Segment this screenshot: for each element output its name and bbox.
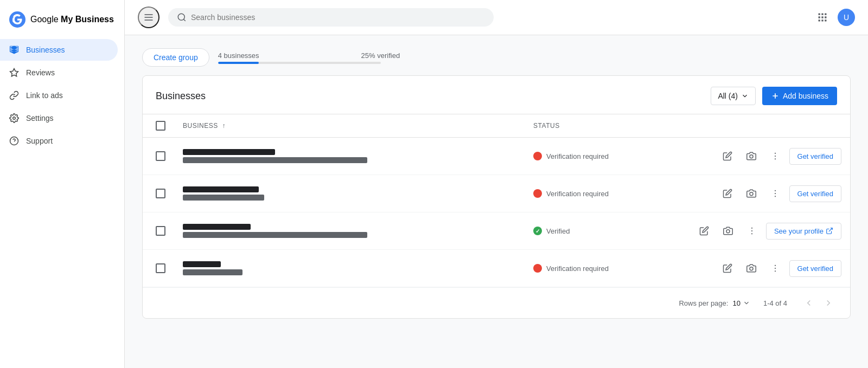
photo-button-2[interactable] (742, 184, 761, 203)
sidebar-item-link-to-ads[interactable]: Link to ads (0, 85, 118, 106)
more-icon (770, 263, 780, 273)
apps-button[interactable] (812, 7, 833, 28)
row-checkbox-2[interactable] (156, 189, 165, 198)
status-dot-error (533, 189, 542, 198)
select-all-checkbox[interactable] (156, 121, 165, 131)
status-dot-error (533, 152, 542, 160)
table-row: Verification required (143, 138, 850, 175)
pagination-next-button[interactable] (820, 294, 837, 312)
redacted-bar-secondary (183, 157, 367, 163)
redacted-bar (183, 149, 275, 155)
add-icon (771, 92, 780, 100)
search-icon (177, 12, 187, 22)
svg-point-38 (774, 270, 775, 272)
photo-button-4[interactable] (742, 259, 761, 278)
more-button-2[interactable] (765, 184, 785, 203)
redacted-bar-secondary (183, 232, 367, 238)
sidebar-item-settings-label: Settings (26, 114, 54, 122)
edit-icon (723, 189, 732, 198)
svg-rect-16 (825, 16, 826, 18)
pagination-prev-button[interactable] (800, 294, 818, 312)
search-input[interactable] (191, 13, 485, 22)
col-status-label: Status (533, 122, 560, 130)
td-checkbox-2 (143, 175, 174, 212)
more-button-1[interactable] (765, 146, 785, 166)
status-cell-4: Verification required (533, 264, 677, 273)
more-button-4[interactable] (765, 259, 785, 278)
svg-point-27 (774, 190, 775, 191)
get-verified-button-4[interactable]: Get verified (789, 260, 841, 277)
svg-rect-11 (819, 14, 820, 15)
svg-point-9 (178, 14, 184, 20)
sidebar-item-businesses[interactable]: Businesses (0, 39, 118, 61)
get-verified-button-1[interactable]: Get verified (789, 148, 841, 165)
create-group-button[interactable]: Create group (142, 48, 209, 67)
edit-icon (723, 151, 732, 161)
photo-button-3[interactable] (718, 221, 738, 241)
svg-point-22 (750, 155, 753, 158)
status-text-2: Verification required (546, 190, 609, 198)
avatar[interactable]: U (838, 9, 855, 26)
svg-rect-19 (825, 20, 826, 21)
edit-button-2[interactable] (718, 184, 737, 203)
filter-dropdown[interactable]: All (4) (711, 87, 756, 105)
star-icon (9, 67, 20, 78)
page-header-row: Create group 4 businesses 25% verified (142, 48, 851, 67)
business-name-3 (183, 224, 516, 238)
edit-button-4[interactable] (718, 259, 737, 278)
td-status-2: Verification required (525, 175, 686, 212)
status-cell-2: Verification required (533, 189, 677, 198)
edit-button-3[interactable] (694, 221, 714, 241)
sidebar-item-support-label: Support (26, 137, 53, 145)
th-business[interactable]: Business ↑ (174, 114, 525, 138)
progress-bar-fill (218, 62, 259, 64)
row-checkbox-3[interactable] (156, 226, 165, 236)
svg-point-3 (13, 117, 16, 120)
redacted-bar (183, 186, 259, 192)
sidebar-item-settings[interactable]: Settings (0, 107, 118, 129)
help-icon (9, 135, 20, 146)
more-button-3[interactable] (742, 221, 762, 241)
businesses-table: Business ↑ Status (143, 114, 850, 287)
rows-per-page-select[interactable]: 10 (732, 299, 750, 307)
col-business-label: Business (183, 122, 218, 130)
svg-point-35 (750, 267, 753, 270)
menu-button[interactable] (138, 7, 159, 28)
svg-point-29 (774, 196, 775, 197)
camera-icon (746, 189, 756, 198)
th-status: Status (525, 114, 686, 138)
external-link-icon (826, 227, 833, 235)
svg-rect-14 (819, 16, 820, 18)
row-checkbox-1[interactable] (156, 151, 165, 161)
table-row: Verified (143, 212, 850, 250)
svg-rect-15 (821, 16, 823, 18)
link-icon (9, 90, 20, 101)
sidebar-logo[interactable]: Google My Business (0, 4, 124, 39)
table-footer: Rows per page: 10 1-4 of 4 (143, 287, 850, 318)
building-icon (9, 44, 20, 55)
edit-icon (723, 263, 732, 273)
photo-button-1[interactable] (742, 146, 761, 166)
business-name-4 (183, 261, 516, 275)
progress-bar-container (218, 62, 381, 64)
edit-button-1[interactable] (718, 146, 737, 166)
chevron-down-icon (741, 92, 749, 100)
svg-point-23 (774, 153, 775, 154)
redacted-bar (183, 224, 251, 230)
header-controls: All (4) Add business (711, 87, 837, 105)
row-checkbox-4[interactable] (156, 263, 165, 273)
td-actions-2: Get verified (686, 175, 850, 212)
actions-cell-2: Get verified (694, 184, 841, 203)
get-verified-button-2[interactable]: Get verified (789, 185, 841, 202)
pagination-buttons (800, 294, 837, 312)
sidebar-item-reviews[interactable]: Reviews (0, 62, 118, 83)
svg-point-31 (751, 228, 752, 229)
svg-marker-2 (10, 69, 18, 76)
add-business-button[interactable]: Add business (762, 87, 837, 105)
search-bar[interactable] (168, 8, 494, 27)
svg-rect-12 (821, 14, 823, 15)
sidebar-item-support[interactable]: Support (0, 130, 118, 152)
google-logo-icon (9, 11, 26, 28)
see-your-profile-button[interactable]: See your profile (766, 223, 841, 240)
td-status-3: Verified (525, 212, 686, 250)
